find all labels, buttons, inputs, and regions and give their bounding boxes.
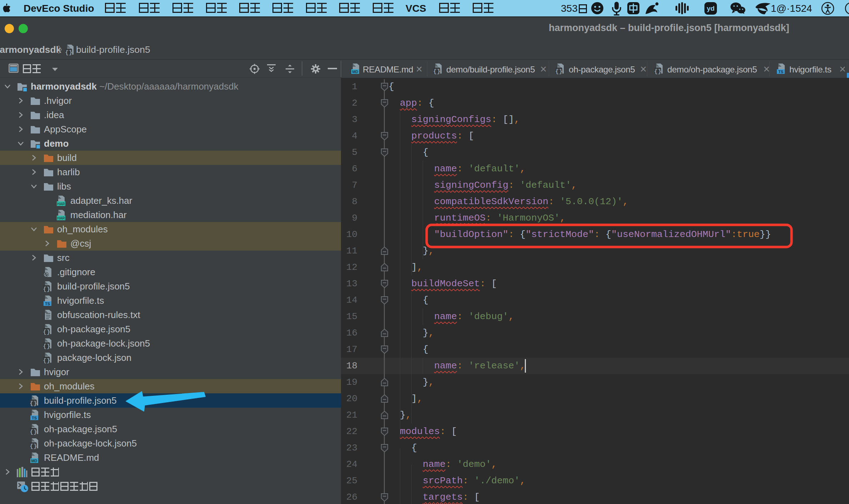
- svg-text:MD: MD: [352, 70, 358, 74]
- svg-text:{}: {}: [43, 286, 50, 292]
- svg-text:TS: TS: [778, 70, 783, 74]
- svg-text:HAR: HAR: [57, 216, 65, 220]
- svg-text:TS: TS: [45, 302, 50, 306]
- svg-text:HAR: HAR: [57, 202, 65, 206]
- svg-text:{}: {}: [65, 49, 72, 56]
- svg-text:MD: MD: [31, 459, 37, 463]
- svg-text:TS: TS: [32, 416, 37, 420]
- svg-text:{}: {}: [433, 68, 441, 75]
- svg-text:{}: {}: [43, 343, 50, 349]
- svg-text:{}: {}: [30, 443, 37, 449]
- svg-text:{}: {}: [30, 400, 37, 407]
- svg-text:{}: {}: [654, 68, 662, 75]
- svg-text:{}: {}: [43, 329, 50, 335]
- svg-text:{}: {}: [43, 357, 50, 364]
- svg-text:{}: {}: [30, 429, 37, 435]
- svg-text:yd: yd: [707, 5, 714, 12]
- svg-text:{}: {}: [556, 68, 563, 75]
